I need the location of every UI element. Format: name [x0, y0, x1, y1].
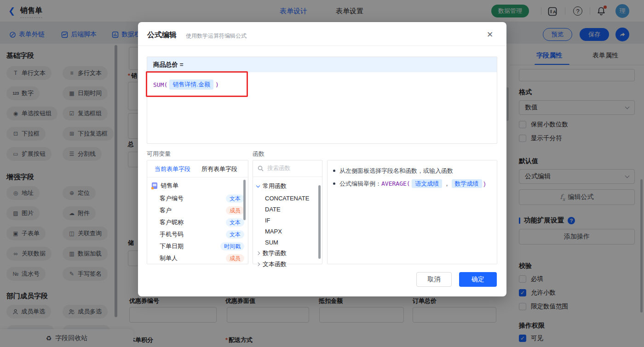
chevron-right-icon — [256, 251, 260, 255]
function-group-common[interactable]: 常用函数 — [253, 181, 322, 192]
function-item[interactable]: IF — [253, 215, 322, 226]
cancel-button[interactable]: 取消 — [416, 272, 452, 287]
type-badge: 成员 — [226, 206, 244, 215]
variable-row[interactable]: 客户昵称文本 — [147, 216, 248, 228]
modal-subtitle: 使用数学运算符编辑公式 — [186, 32, 247, 40]
bullet-icon — [333, 170, 335, 172]
functions-panel: 搜索函数 常用函数 CONCATENATE DATE IF MAPX SUM 数… — [253, 160, 322, 264]
variables-panel: 当前表单字段 所有表单字段 销售单 客户编号文本 客户成员 客户昵称文本 手机号… — [147, 160, 248, 264]
example-field-pill: 语文成绩 — [412, 179, 442, 188]
tab-current-form-fields[interactable]: 当前表单字段 — [155, 165, 190, 173]
example-function: AVERAGE( — [381, 180, 410, 187]
divider — [138, 46, 506, 46]
function-item[interactable]: MAPX — [253, 226, 322, 237]
search-icon — [258, 165, 264, 171]
bullet-icon — [333, 182, 335, 185]
variable-row[interactable]: 制单人成员 — [147, 252, 248, 264]
chevron-down-icon — [256, 183, 260, 187]
type-badge: 文本 — [226, 218, 244, 227]
function-search[interactable]: 搜索函数 — [253, 160, 322, 177]
variable-tree-root[interactable]: 销售单 — [147, 180, 248, 192]
tab-all-form-fields[interactable]: 所有表单字段 — [201, 165, 237, 173]
functions-label: 函数 — [253, 150, 264, 158]
formula-editor[interactable]: 商品总价 = SUM( 销售详情.金额 ) — [147, 57, 497, 144]
variable-row[interactable]: 手机号码文本 — [147, 228, 248, 240]
variables-label: 可用变量 — [147, 150, 171, 158]
function-group-text[interactable]: 文本函数 — [253, 259, 322, 270]
type-badge: 文本 — [226, 230, 244, 239]
variable-row[interactable]: 客户成员 — [147, 205, 248, 216]
search-placeholder: 搜索函数 — [267, 165, 290, 172]
function-item[interactable]: SUM — [253, 237, 322, 248]
annotation-highlight-box — [146, 71, 248, 97]
function-group-math[interactable]: 数学函数 — [253, 248, 322, 259]
function-item[interactable]: DATE — [253, 204, 322, 215]
variables-scrollbar[interactable] — [243, 180, 246, 220]
type-badge: 成员 — [226, 254, 244, 262]
help-panel: 从左侧面板选择字段名和函数，或输入函数 公式编辑举例：AVERAGE( 语文成绩… — [327, 160, 497, 264]
formula-edit-modal: 公式编辑 使用数学运算符编辑公式 ✕ 商品总价 = SUM( 销售详情.金额 )… — [138, 22, 506, 296]
confirm-button[interactable]: 确定 — [459, 272, 497, 287]
formula-target: 商品总价 = — [147, 57, 497, 72]
function-item[interactable]: CONCATENATE — [253, 193, 322, 204]
variable-row[interactable]: 下单日期时间戳 — [147, 240, 248, 252]
tip-row: 从左侧面板选择字段名和函数，或输入函数 — [333, 167, 489, 175]
variable-row[interactable]: 客户编号文本 — [147, 193, 248, 205]
form-doc-icon — [152, 182, 157, 189]
close-icon[interactable]: ✕ — [487, 30, 493, 40]
chevron-right-icon — [256, 262, 260, 266]
type-badge: 文本 — [226, 194, 244, 203]
example-field-pill: 数学成绩 — [452, 179, 482, 188]
tip-example-row: 公式编辑举例：AVERAGE( 语文成绩 ， 数学成绩 ) — [333, 180, 495, 188]
modal-title: 公式编辑 — [147, 30, 177, 40]
divider — [147, 177, 248, 177]
functions-scrollbar[interactable] — [318, 185, 321, 259]
type-badge: 时间戳 — [220, 242, 244, 250]
